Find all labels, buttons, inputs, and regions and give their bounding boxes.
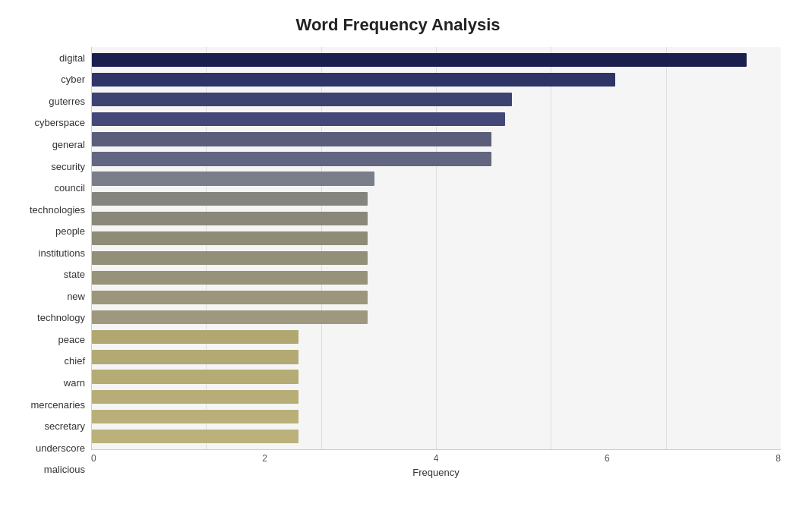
bar-row <box>92 189 781 209</box>
y-label: mercenaries <box>30 400 85 410</box>
chart-area: digitalcyberguterrescyberspacegeneralsec… <box>15 47 781 480</box>
bar-row <box>92 347 781 367</box>
bar-row <box>92 307 781 327</box>
y-label: digital <box>59 53 85 63</box>
bar-row <box>92 387 781 407</box>
bar-row <box>92 327 781 347</box>
bar <box>92 93 512 106</box>
y-label: technologies <box>30 205 85 215</box>
x-tick: 0 <box>91 453 96 464</box>
y-label: state <box>64 269 85 279</box>
bar-row <box>92 367 781 387</box>
y-label: warn <box>64 378 85 388</box>
y-label: technology <box>37 313 85 323</box>
bar <box>92 132 491 146</box>
x-axis: 02468 Frequency <box>91 450 781 480</box>
y-label: new <box>67 291 85 301</box>
bar <box>92 370 298 383</box>
y-label: cyber <box>61 74 85 84</box>
bar <box>92 231 368 245</box>
x-tick: 2 <box>262 453 267 464</box>
bars-and-xaxis: 02468 Frequency <box>91 47 781 480</box>
y-label: people <box>55 226 85 236</box>
chart-title: Word Frequency Analysis <box>15 15 781 35</box>
bar <box>92 192 368 206</box>
bar <box>92 112 505 126</box>
bar <box>92 291 368 304</box>
bar-row <box>92 209 781 228</box>
bar <box>92 251 368 265</box>
x-ticks: 02468 <box>91 450 781 464</box>
bar-row <box>92 129 781 149</box>
bar-row <box>92 228 781 248</box>
bar <box>92 73 615 87</box>
bar <box>92 350 298 364</box>
x-tick: 8 <box>775 453 781 464</box>
bar-row <box>92 288 781 307</box>
bar <box>92 330 298 344</box>
bar <box>92 212 368 225</box>
bar-row <box>92 427 781 446</box>
y-label: council <box>55 183 85 193</box>
y-axis: digitalcyberguterrescyberspacegeneralsec… <box>15 47 91 480</box>
bar-row <box>92 50 781 70</box>
bar <box>92 53 747 67</box>
bar-row <box>92 149 781 168</box>
bar-row <box>92 169 781 189</box>
y-label: general <box>52 140 85 150</box>
bars-inner <box>92 47 781 449</box>
bar <box>92 310 368 324</box>
bar <box>92 271 368 285</box>
chart-container: Word Frequency Analysis digitalcybergute… <box>0 0 796 532</box>
bar-row <box>92 70 781 90</box>
x-axis-label: Frequency <box>91 467 781 478</box>
bar <box>92 172 374 185</box>
bar-row <box>92 248 781 268</box>
y-label: secretary <box>45 421 85 431</box>
bar-row <box>92 90 781 109</box>
bar <box>92 152 491 165</box>
y-label: chief <box>65 356 85 366</box>
y-label: institutions <box>39 248 85 258</box>
y-label: peace <box>58 335 85 345</box>
bar <box>92 430 298 443</box>
x-tick: 6 <box>605 453 610 464</box>
y-label: security <box>51 162 85 172</box>
y-label: guterres <box>49 96 85 106</box>
x-tick: 4 <box>434 453 439 464</box>
bar-row <box>92 109 781 129</box>
y-label: malicious <box>44 464 85 474</box>
bar <box>92 390 298 404</box>
bar-row <box>92 268 781 288</box>
y-label: cyberspace <box>35 118 85 127</box>
bar <box>92 410 298 423</box>
bars-section <box>91 47 781 450</box>
y-label: underscore <box>36 443 85 453</box>
bar-row <box>92 407 781 427</box>
